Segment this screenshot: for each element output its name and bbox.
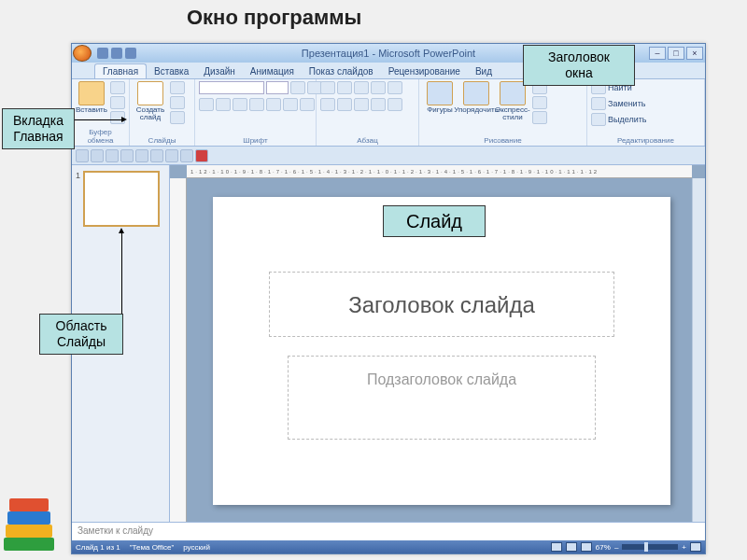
tool-icon[interactable] (180, 149, 193, 162)
tool-color-icon[interactable] (195, 149, 208, 162)
title-placeholder[interactable]: Заголовок слайда (269, 272, 614, 337)
delete-slide-button[interactable] (170, 111, 185, 124)
tool-icon[interactable] (120, 149, 134, 162)
ribbon-group-font: Шрифт (195, 79, 317, 146)
qat-redo-icon[interactable] (125, 48, 136, 59)
copy-button[interactable] (110, 96, 125, 109)
status-slide-count: Слайд 1 из 1 (76, 543, 120, 552)
qat-save-icon[interactable] (97, 48, 108, 59)
arrange-icon (463, 81, 489, 105)
status-theme: "Тема Office" (130, 543, 175, 552)
ribbon: Вставить Буфер обмена Создать слайд (72, 79, 705, 147)
secondary-toolbar (72, 147, 705, 165)
ribbon-group-paragraph: Абзац (317, 79, 419, 146)
ribbon-group-slides: Создать слайд Слайды (130, 79, 195, 146)
shape-outline-button[interactable] (532, 96, 547, 109)
quick-styles-label: Экспресс-стили (495, 106, 529, 121)
slide-thumbnail[interactable]: 1 (76, 171, 165, 227)
slide-canvas[interactable]: Заголовок слайда Подзаголовок слайда (213, 197, 670, 505)
paste-label: Вставить (76, 106, 107, 114)
zoom-out-button[interactable]: – (614, 543, 618, 552)
fit-button[interactable] (690, 542, 701, 552)
tab-insert[interactable]: Вставка (147, 64, 196, 78)
tool-icon[interactable] (91, 149, 104, 162)
tab-view[interactable]: Вид (468, 64, 500, 78)
shadow-button[interactable] (266, 98, 281, 111)
subtitle-placeholder[interactable]: Подзаголовок слайда (288, 356, 596, 440)
page-heading: Окно программы (187, 6, 361, 30)
new-slide-button[interactable]: Создать слайд (134, 81, 167, 121)
group-label: Рисование (423, 136, 583, 146)
new-slide-icon (137, 81, 163, 105)
indent-inc-button[interactable] (371, 81, 386, 94)
arrange-button[interactable]: Упорядочить (459, 81, 493, 114)
font-family-box[interactable] (199, 81, 264, 94)
zoom-slider[interactable] (622, 544, 678, 550)
shapes-button[interactable]: Фигуры (423, 81, 457, 114)
tab-slideshow[interactable]: Показ слайдов (302, 64, 381, 78)
strike-button[interactable] (249, 98, 264, 111)
layout-button[interactable] (170, 81, 185, 94)
reset-button[interactable] (170, 96, 185, 109)
shape-effects-button[interactable] (532, 111, 547, 124)
tool-icon[interactable] (150, 149, 163, 162)
indent-dec-button[interactable] (354, 81, 369, 94)
paste-button[interactable]: Вставить (76, 81, 107, 114)
tool-icon[interactable] (76, 149, 89, 162)
arrow-slides (121, 233, 122, 314)
select-button[interactable]: Выделить (591, 113, 647, 126)
close-button[interactable]: × (686, 47, 703, 60)
notes-pane[interactable]: Заметки к слайду (72, 522, 705, 540)
justify-button[interactable] (371, 98, 386, 111)
italic-button[interactable] (216, 98, 231, 111)
bullets-button[interactable] (320, 81, 335, 94)
select-icon (591, 113, 606, 126)
font-size-box[interactable] (266, 81, 289, 94)
columns-button[interactable] (388, 98, 402, 111)
horizontal-ruler: 1·12·1·10·1·9·1·8·1·7·1·6·1·5·1·4·1·3·1·… (187, 165, 692, 178)
quick-access-toolbar (97, 48, 136, 59)
underline-button[interactable] (233, 98, 247, 111)
arrange-label: Упорядочить (454, 106, 499, 114)
tool-icon[interactable] (106, 149, 119, 162)
numbering-button[interactable] (337, 81, 352, 94)
quick-styles-icon (500, 81, 526, 105)
replace-button[interactable]: Заменить (591, 97, 647, 110)
grow-font-button[interactable] (290, 81, 305, 94)
tool-icon[interactable] (135, 149, 148, 162)
minimize-button[interactable]: – (649, 47, 666, 60)
shapes-icon (427, 81, 453, 105)
vertical-ruler (170, 178, 187, 522)
view-sorter-button[interactable] (566, 542, 577, 552)
office-button[interactable] (73, 45, 92, 62)
status-bar: Слайд 1 из 1 "Тема Office" русский 67% –… (72, 540, 705, 553)
align-left-button[interactable] (320, 98, 335, 111)
qat-undo-icon[interactable] (111, 48, 122, 59)
view-normal-button[interactable] (551, 542, 562, 552)
view-slideshow-button[interactable] (581, 542, 592, 552)
quick-styles-button[interactable]: Экспресс-стили (496, 81, 529, 121)
tab-animation[interactable]: Анимация (243, 64, 302, 78)
annotation-window-title: Заголовок окна (523, 45, 635, 86)
replace-icon (591, 97, 606, 110)
app-window: Презентация1 - Microsoft PowerPoint – □ … (71, 43, 706, 554)
group-label: Абзац (320, 136, 415, 146)
arrow-tab (75, 119, 121, 120)
tab-home[interactable]: Главная (94, 63, 147, 78)
align-center-button[interactable] (337, 98, 352, 111)
ribbon-group-drawing: Фигуры Упорядочить Экспресс-стили Рисова… (419, 79, 587, 146)
zoom-in-button[interactable]: + (682, 543, 686, 552)
tab-design[interactable]: Дизайн (196, 64, 243, 78)
bold-button[interactable] (199, 98, 214, 111)
line-spacing-button[interactable] (388, 81, 402, 94)
align-right-button[interactable] (354, 98, 369, 111)
char-spacing-button[interactable] (283, 98, 298, 111)
tool-icon[interactable] (165, 149, 178, 162)
maximize-button[interactable]: □ (668, 47, 684, 60)
vertical-scrollbar[interactable] (692, 178, 705, 522)
status-language[interactable]: русский (183, 543, 210, 552)
ribbon-group-editing: Найти Заменить Выделить Редактирование (587, 79, 705, 146)
tab-review[interactable]: Рецензирование (381, 64, 468, 78)
font-color-button[interactable] (300, 98, 315, 111)
cut-button[interactable] (110, 81, 125, 94)
